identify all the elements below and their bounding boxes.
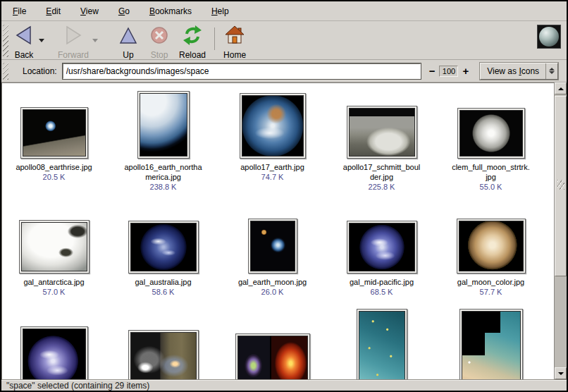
thumbnail-frame <box>137 91 190 159</box>
file-icon[interactable] <box>218 307 327 379</box>
back-dropdown-arrow[interactable] <box>38 33 45 46</box>
icon-view: apollo08_earthrise.jpg 20.5 K apollo16_e… <box>1 82 554 379</box>
menu-bookmarks[interactable]: Bookmarks <box>140 4 202 18</box>
file-manager-window: File Edit View Go Bookmarks Help Back Fo… <box>0 0 568 392</box>
file-name: apollo16_earth_northamerica.jpg <box>124 162 202 182</box>
reload-button[interactable]: Reload <box>176 23 209 61</box>
file-icon[interactable]: gal_mid-pacific.jpg 68.5 K <box>327 219 436 298</box>
menu-edit[interactable]: Edit <box>36 4 70 18</box>
file-icon[interactable] <box>1 307 109 379</box>
thumbnail-frame <box>457 219 526 274</box>
file-name: gal_earth_moon.jpg <box>238 277 307 287</box>
up-button[interactable]: Up <box>114 23 142 61</box>
file-icon[interactable]: apollo16_earth_northamerica.jpg 238.8 K <box>109 91 218 192</box>
home-icon <box>223 24 246 49</box>
icon-row-3 <box>1 307 552 379</box>
location-input[interactable] <box>63 63 421 79</box>
menu-go[interactable]: Go <box>109 4 140 18</box>
file-size: 68.5 K <box>371 287 393 298</box>
thumbnail-frame <box>457 108 525 159</box>
thumbnail-image <box>140 93 187 157</box>
thumbnail-frame <box>235 333 310 379</box>
forward-dropdown-arrow[interactable] <box>92 33 99 46</box>
back-button[interactable]: Back <box>10 23 38 61</box>
file-icon[interactable]: gal_antarctica.jpg 57.0 K <box>1 219 109 298</box>
file-icon[interactable] <box>327 307 436 379</box>
vertical-scrollbar <box>554 82 567 379</box>
toolbar: Back Forward Up Stop Reload <box>1 21 567 60</box>
thumbnail-frame <box>128 221 199 274</box>
forward-icon <box>62 24 85 49</box>
home-button[interactable]: Home <box>221 23 249 61</box>
file-icon[interactable]: gal_australia.jpg 58.6 K <box>109 219 218 298</box>
location-bar-drag-handle[interactable] <box>3 63 8 80</box>
thumbnail-image <box>23 109 86 157</box>
file-icon[interactable] <box>436 307 545 379</box>
status-text: "space" selected (containing 29 items) <box>6 381 149 391</box>
stop-icon <box>148 24 171 49</box>
file-size: 74.7 K <box>261 172 284 183</box>
thumbnail-image <box>242 95 304 157</box>
file-icon[interactable]: gal_moon_color.jpg 57.7 K <box>436 219 545 298</box>
file-icon[interactable]: apollo17_schmitt_boulder.jpg 225.8 K <box>327 91 436 192</box>
icon-row-1: apollo08_earthrise.jpg 20.5 K apollo16_e… <box>1 91 552 192</box>
thumbnail-image <box>349 108 415 157</box>
thumbnail-frame <box>20 107 88 159</box>
file-name: gal_australia.jpg <box>135 277 191 287</box>
statusbar: "space" selected (containing 29 items) <box>1 379 567 391</box>
file-name: apollo17_earth.jpg <box>240 162 304 172</box>
thumbnail-frame <box>347 221 417 274</box>
up-icon <box>117 24 140 49</box>
location-bar: Location: − 100 + View as Icons <box>1 60 567 82</box>
file-size: 225.8 K <box>369 182 395 192</box>
thumbnail-frame <box>19 220 89 274</box>
thumbnail-image <box>250 221 295 271</box>
thumbnail-frame <box>248 219 297 274</box>
scroll-down-button[interactable] <box>555 367 567 379</box>
content-area: apollo08_earthrise.jpg 20.5 K apollo16_e… <box>1 82 567 379</box>
thumbnail-frame <box>459 309 523 379</box>
thumbnail-image <box>130 223 197 271</box>
file-icon[interactable]: apollo17_earth.jpg 74.7 K <box>218 91 327 192</box>
view-as-dropdown[interactable]: View as Icons <box>480 63 558 80</box>
dropdown-arrows-icon <box>545 63 557 79</box>
up-arrow-icon <box>558 87 564 90</box>
file-size: 57.0 K <box>43 287 66 298</box>
throbber-icon <box>537 25 561 49</box>
back-icon <box>13 24 35 49</box>
file-size: 58.6 K <box>152 287 175 298</box>
file-icon[interactable]: gal_earth_moon.jpg 26.0 K <box>218 219 327 298</box>
forward-button[interactable]: Forward <box>55 23 92 61</box>
reload-icon <box>181 24 204 49</box>
file-name: gal_moon_color.jpg <box>457 277 524 287</box>
zoom-out-button[interactable]: − <box>426 65 438 77</box>
file-name: clem_full_moon_strtrk.jpg <box>452 162 530 182</box>
file-size: 238.8 K <box>150 182 177 192</box>
zoom-in-button[interactable]: + <box>459 65 471 77</box>
file-icon[interactable]: apollo08_earthrise.jpg 20.5 K <box>1 91 109 192</box>
location-label: Location: <box>23 66 57 76</box>
file-name: gal_mid-pacific.jpg <box>350 277 414 287</box>
thumbnail-frame <box>347 106 417 159</box>
menu-view[interactable]: View <box>70 4 109 18</box>
menubar: File Edit View Go Bookmarks Help <box>1 1 567 21</box>
thumbnail-frame <box>240 93 306 159</box>
thumbnail-image <box>349 223 415 271</box>
menu-help[interactable]: Help <box>202 4 239 18</box>
down-arrow-icon <box>558 372 564 375</box>
file-name: apollo17_schmitt_boulder.jpg <box>343 162 420 182</box>
thumbnail-frame <box>20 326 88 379</box>
toolbar-drag-handle[interactable] <box>3 25 8 57</box>
toolbar-separator <box>214 27 215 50</box>
stop-button[interactable]: Stop <box>145 23 173 61</box>
scroll-up-button[interactable] <box>555 82 567 94</box>
file-icon[interactable] <box>109 307 218 379</box>
thumbnail-image <box>21 222 87 271</box>
thumbnail-frame <box>128 330 199 379</box>
file-icon[interactable]: clem_full_moon_strtrk.jpg 55.0 K <box>436 91 545 192</box>
thumbnail-image <box>462 311 521 379</box>
menu-file[interactable]: File <box>3 4 36 18</box>
file-size: 26.0 K <box>261 287 284 298</box>
scrollbar-thumb[interactable] <box>555 96 567 276</box>
gray-sphere-icon <box>539 27 559 47</box>
